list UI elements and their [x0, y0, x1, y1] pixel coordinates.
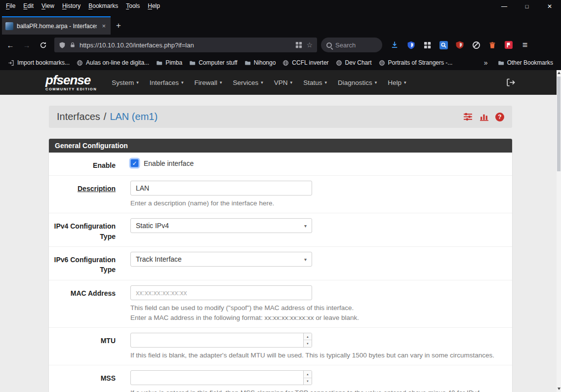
chevron-down-icon: ▾ [220, 80, 222, 85]
mac-address-label: MAC Address [49, 285, 116, 322]
tab-close-icon[interactable]: × [100, 22, 107, 30]
menu-file[interactable]: File [2, 0, 19, 11]
folder-icon [244, 60, 251, 66]
download-icon[interactable] [390, 40, 400, 50]
description-input[interactable] [130, 181, 312, 196]
pfsense-header: pfsense COMMUNITY EDITION System▾ Interf… [0, 70, 561, 95]
close-button[interactable]: ✕ [538, 0, 561, 13]
tab-favicon-icon [5, 22, 13, 30]
folder-icon [189, 60, 196, 66]
pfsense-nav: System▾ Interfaces▾ Firewall▾ Services▾ … [107, 75, 411, 90]
browser-tab[interactable]: ballaPR.home.arpa - Interfaces × [2, 16, 111, 35]
mtu-label: MTU [49, 333, 116, 360]
pfsense-nav-vpn[interactable]: VPN▾ [269, 75, 297, 90]
ipv4-type-select[interactable]: Static IPv4 ▾ [130, 218, 312, 233]
reload-button[interactable] [36, 38, 50, 52]
mtu-input[interactable]: ▴ ▾ [130, 333, 312, 348]
scroll-down-icon[interactable] [558, 388, 561, 390]
maximize-button[interactable]: □ [516, 0, 538, 13]
grid-extension-icon[interactable] [422, 40, 432, 50]
form-row-enable: Enable ✓ Enable interface [49, 153, 512, 176]
pfsense-nav-help[interactable]: Help▾ [383, 75, 411, 90]
spinner-down-icon[interactable]: ▾ [304, 340, 312, 347]
form-row-ipv6-type: IPv6 Configuration Type Track Interface … [49, 247, 512, 280]
url-text[interactable]: https://10.10.10.20/interfaces.php?if=la… [80, 41, 291, 49]
bookmark-item[interactable]: CCFL inverter [280, 58, 331, 68]
bookmark-folder[interactable]: Nihongo [241, 58, 279, 68]
shield-extension-icon[interactable] [406, 40, 416, 50]
mss-label: MSS [49, 370, 116, 392]
mss-spinner[interactable]: ▴ ▾ [303, 371, 312, 385]
bookmark-star-icon[interactable]: ☆ [306, 41, 313, 49]
chevron-down-icon: ▾ [324, 80, 327, 85]
pfsense-logo[interactable]: pfsense COMMUNITY EDITION [45, 74, 97, 91]
bar-chart-icon[interactable] [480, 113, 489, 121]
search-input[interactable] [335, 41, 371, 49]
menu-tools[interactable]: Tools [122, 0, 144, 11]
globe-icon [77, 60, 83, 66]
menu-bookmarks[interactable]: Bookmarks [84, 0, 122, 11]
sliders-icon[interactable] [463, 113, 473, 121]
bookmarks-overflow-chevron[interactable]: » [478, 59, 494, 67]
menu-history[interactable]: History [58, 0, 84, 11]
folder-icon [156, 60, 162, 66]
page-actions-icon[interactable] [295, 41, 302, 48]
search-icon [326, 42, 332, 48]
back-button[interactable]: ← [3, 38, 18, 52]
scrollbar-thumb[interactable] [557, 77, 561, 171]
menu-help[interactable]: Help [144, 0, 164, 11]
spinner-up-icon[interactable]: ▴ [304, 371, 312, 378]
app-menu-icon[interactable]: ≡ [520, 40, 530, 50]
menu-edit[interactable]: Edit [19, 0, 38, 11]
bookmark-folder[interactable]: Computer stuff [186, 58, 240, 68]
pfsense-nav-diagnostics[interactable]: Diagnostics▾ [333, 75, 382, 90]
bookmark-item[interactable]: Portraits of Strangers -... [376, 58, 456, 68]
bookmark-item[interactable]: Dev Chart [333, 58, 375, 68]
bookmark-folder[interactable]: Pimba [153, 58, 185, 68]
trash-extension-icon[interactable] [487, 40, 497, 50]
scroll-up-icon[interactable] [558, 72, 561, 74]
chevron-down-icon: ▾ [304, 223, 307, 229]
pfsense-nav-firewall[interactable]: Firewall▾ [189, 75, 227, 90]
pfsense-nav-services[interactable]: Services▾ [228, 75, 268, 90]
enable-interface-checkbox-label[interactable]: Enable interface [144, 159, 194, 167]
bookmark-item[interactable]: Aulas on-line de digita... [74, 58, 152, 68]
form-row-mtu: MTU ▴ ▾ If this field is blank, the adap… [49, 328, 512, 365]
forward-button[interactable]: → [19, 38, 34, 52]
folder-icon [498, 60, 504, 66]
ipv6-type-select[interactable]: Track Interface ▾ [130, 252, 312, 267]
other-bookmarks[interactable]: Other Bookmarks [495, 58, 556, 68]
chevron-down-icon: ▾ [261, 80, 263, 85]
breadcrumb-page: LAN (em1) [110, 111, 158, 122]
bookmark-label: Import bookmarks... [17, 59, 70, 66]
pfsense-nav-interfaces[interactable]: Interfaces▾ [145, 75, 189, 90]
spinner-down-icon[interactable]: ▾ [304, 378, 312, 385]
enable-interface-checkbox[interactable]: ✓ [130, 159, 139, 167]
navigation-toolbar: ← → https://10.10.10.20/interfaces.php?i… [0, 35, 561, 55]
pfsense-nav-status[interactable]: Status▾ [298, 75, 332, 90]
pfsense-nav-system[interactable]: System▾ [107, 75, 144, 90]
ublock-origin-icon[interactable] [455, 40, 465, 50]
help-icon[interactable]: ? [495, 113, 504, 121]
spinner-up-icon[interactable]: ▴ [304, 333, 312, 341]
mss-input[interactable]: ▴ ▾ [130, 370, 312, 385]
new-tab-button[interactable]: + [111, 16, 126, 35]
magnifier-extension-icon[interactable] [439, 40, 448, 50]
minimize-button[interactable]: — [493, 0, 516, 13]
block-extension-icon[interactable] [471, 40, 481, 50]
search-bar[interactable] [321, 38, 382, 52]
logout-button[interactable] [506, 78, 516, 87]
description-label: Description [78, 185, 116, 193]
page-scrollbar[interactable] [557, 70, 561, 392]
page-title: Interfaces / LAN (em1) [57, 111, 158, 122]
pfsense-edition: COMMUNITY EDITION [45, 87, 97, 91]
checkmark-icon: ✓ [132, 160, 137, 167]
mac-address-input[interactable] [130, 285, 312, 300]
bookmark-item-import[interactable]: Import bookmarks... [5, 58, 73, 68]
flag-extension-icon[interactable] [504, 40, 514, 50]
bookmark-label: Nihongo [254, 59, 276, 66]
logout-icon [506, 78, 516, 87]
url-bar[interactable]: https://10.10.10.20/interfaces.php?if=la… [54, 38, 317, 52]
menu-view[interactable]: View [38, 0, 58, 11]
mtu-spinner[interactable]: ▴ ▾ [303, 333, 312, 347]
